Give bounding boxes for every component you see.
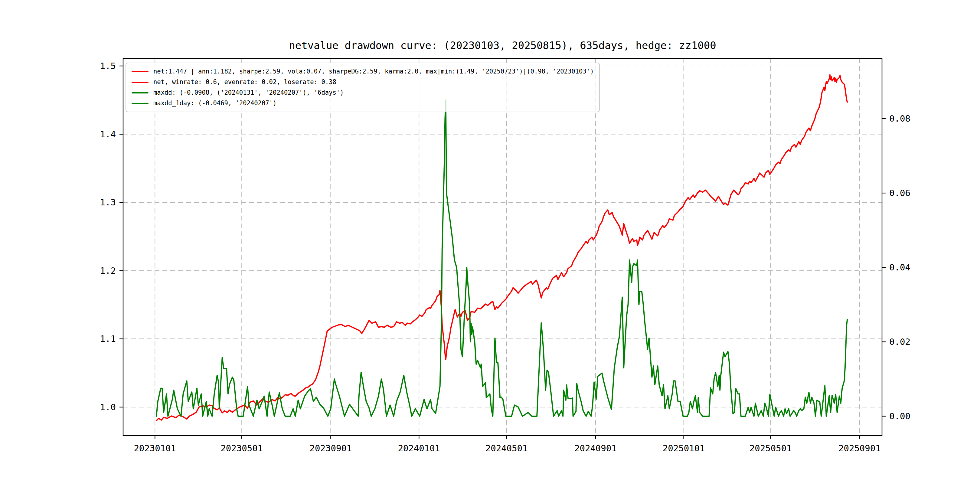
y-left-tick-label: 1.3 <box>100 197 116 207</box>
maxdd-1day-line-swatch <box>132 103 148 104</box>
x-tick-label: 20230101 <box>134 443 176 453</box>
y-right-tick-label: 0.04 <box>889 262 910 272</box>
legend-item-maxdd-1day: maxdd_1day: (-0.0469, '20240207') <box>132 98 594 108</box>
y-left-tick-label: 1.0 <box>100 402 116 412</box>
legend-item-net-rates: net, winrate: 0.6, evenrate: 0.02, loser… <box>132 77 594 88</box>
net-line-swatch <box>132 82 148 83</box>
x-tick-label: 20250501 <box>749 443 792 453</box>
legend-label: net, winrate: 0.6, evenrate: 0.02, loser… <box>153 77 336 88</box>
plot-border <box>123 58 882 436</box>
x-tick-label: 20230901 <box>310 443 352 453</box>
figure: 2023010120230501202309012024010120240501… <box>0 0 980 490</box>
y-left-tick-label: 1.5 <box>100 61 116 71</box>
y-right-tick-label: 0.06 <box>889 188 910 198</box>
maxdd-line-swatch <box>132 92 148 94</box>
x-tick-label: 20240501 <box>485 443 528 453</box>
net-line-swatch <box>132 71 148 72</box>
legend-label: maxdd_1day: (-0.0469, '20240207') <box>153 98 277 108</box>
y-right-tick-label: 0.08 <box>889 113 910 124</box>
chart-title: netvalue drawdown curve: (20230103, 2025… <box>123 39 882 51</box>
x-tick-label: 20250901 <box>838 443 881 453</box>
x-tick-label: 20230501 <box>221 443 263 453</box>
y-right-tick-label: 0.00 <box>889 411 910 422</box>
y-left-tick-label: 1.4 <box>100 129 116 140</box>
net-line <box>156 75 847 421</box>
legend-item-net-stats: net:1.447 | ann:1.182, sharpe:2.59, vola… <box>132 66 594 77</box>
x-tick-label: 20250101 <box>663 443 705 453</box>
legend-box: net:1.447 | ann:1.182, sharpe:2.59, vola… <box>126 63 600 112</box>
y-left-tick-label: 1.1 <box>100 334 116 344</box>
y-left-tick-label: 1.2 <box>100 266 116 276</box>
x-tick-label: 20240101 <box>398 443 440 453</box>
y-right-tick-label: 0.02 <box>889 337 910 347</box>
legend-item-maxdd: maxdd: (-0.0908, ('20240131', '20240207'… <box>132 88 594 98</box>
legend-label: maxdd: (-0.0908, ('20240131', '20240207'… <box>153 88 344 98</box>
legend-label: net:1.447 | ann:1.182, sharpe:2.59, vola… <box>153 66 594 77</box>
x-tick-label: 20240901 <box>574 443 617 453</box>
drawdown-line <box>156 100 847 416</box>
